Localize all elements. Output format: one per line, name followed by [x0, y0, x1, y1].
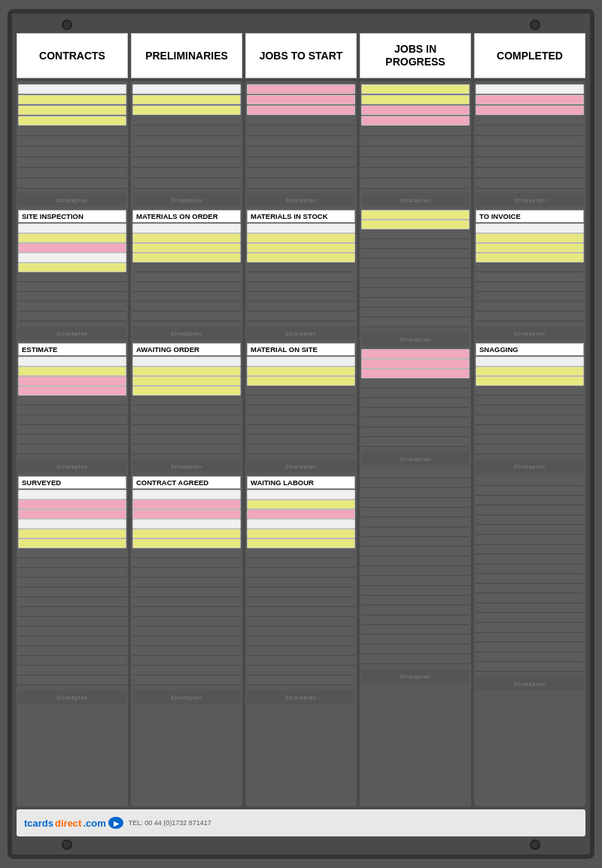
card-slot	[476, 292, 584, 302]
card-slot[interactable]	[476, 233, 584, 243]
card-slot[interactable]	[476, 105, 584, 115]
logo-text: tcards	[24, 818, 53, 829]
card-slot[interactable]	[18, 490, 126, 499]
card-slot[interactable]	[132, 529, 241, 539]
card-slot[interactable]	[132, 386, 241, 396]
card-slot[interactable]	[361, 116, 470, 126]
card-slot[interactable]	[247, 253, 355, 263]
card-slot[interactable]	[247, 95, 355, 105]
card-slot	[247, 558, 355, 568]
card-slot[interactable]	[476, 366, 584, 376]
card-slot[interactable]	[361, 105, 470, 115]
card-slot[interactable]	[247, 84, 355, 94]
card-slot	[476, 652, 584, 662]
card-slot[interactable]	[132, 357, 241, 366]
card-slot[interactable]	[18, 366, 126, 376]
card-slot	[476, 311, 584, 321]
card-slot	[247, 116, 355, 126]
card-slot[interactable]	[247, 357, 355, 366]
card-slot	[132, 445, 241, 454]
card-slot[interactable]	[132, 243, 241, 253]
card-slot[interactable]	[476, 357, 584, 366]
card-slot[interactable]	[18, 386, 126, 396]
card-slot	[361, 605, 470, 615]
card-slot[interactable]	[132, 366, 241, 376]
card-slot[interactable]	[18, 84, 126, 94]
mount-hole-bl	[62, 839, 72, 850]
card-slot	[476, 515, 584, 525]
card-slot[interactable]	[476, 253, 584, 263]
card-slot[interactable]	[476, 84, 584, 94]
card-slot	[247, 627, 355, 636]
card-slot[interactable]	[476, 376, 584, 386]
card-slot	[132, 597, 241, 607]
card-slot[interactable]	[18, 233, 126, 243]
card-slot[interactable]	[132, 105, 241, 115]
strataplan-label: Strataplan	[18, 690, 126, 704]
card-slot[interactable]	[132, 490, 241, 499]
card-slot[interactable]	[247, 366, 355, 376]
card-slot	[361, 417, 470, 427]
card-slot	[18, 558, 126, 568]
section-jip-bottom	[361, 469, 470, 664]
card-slot	[361, 547, 470, 557]
card-slot[interactable]	[18, 253, 126, 263]
card-slot[interactable]	[132, 84, 241, 94]
card-slot[interactable]	[132, 539, 241, 548]
card-slot[interactable]	[247, 223, 355, 233]
card-slot[interactable]	[132, 233, 241, 243]
card-slot[interactable]	[18, 357, 126, 366]
card-slot[interactable]	[18, 509, 126, 519]
card-slot[interactable]	[18, 223, 126, 233]
card-slot[interactable]	[247, 105, 355, 115]
card-slot[interactable]	[132, 253, 241, 263]
card-slot[interactable]	[18, 263, 126, 272]
card-slot	[361, 378, 470, 388]
mount-hole-br	[530, 839, 540, 850]
card-slot[interactable]	[132, 519, 241, 529]
card-slot[interactable]	[18, 539, 126, 548]
card-slot[interactable]	[247, 529, 355, 539]
card-slot[interactable]	[132, 499, 241, 509]
card-slot	[361, 576, 470, 586]
card-slot[interactable]	[18, 499, 126, 509]
card-slot[interactable]	[132, 223, 241, 233]
card-slot[interactable]	[247, 243, 355, 253]
card-slot[interactable]	[132, 376, 241, 386]
card-slot[interactable]	[476, 243, 584, 253]
card-slot[interactable]	[18, 376, 126, 386]
card-slot[interactable]	[132, 509, 241, 519]
card-slot[interactable]	[361, 349, 470, 359]
card-slot[interactable]	[132, 95, 241, 105]
logo-icon: ▶	[108, 816, 124, 830]
card-slot	[476, 137, 584, 147]
card-slot[interactable]	[18, 95, 126, 105]
card-slot[interactable]	[247, 539, 355, 548]
header-jobs-in-progress: JOBS IN PROGRESS	[360, 33, 471, 78]
card-slot[interactable]	[247, 376, 355, 386]
card-slot[interactable]	[247, 233, 355, 243]
card-slot[interactable]	[18, 529, 126, 539]
card-slot[interactable]	[18, 243, 126, 253]
card-slot	[361, 398, 470, 408]
card-slot[interactable]	[361, 369, 470, 378]
card-slot[interactable]	[247, 490, 355, 499]
card-slot[interactable]	[361, 220, 470, 229]
card-slot[interactable]	[18, 519, 126, 529]
card-slot[interactable]	[247, 499, 355, 509]
card-slot[interactable]	[361, 84, 470, 94]
card-slot[interactable]	[247, 519, 355, 529]
card-slot[interactable]	[476, 223, 584, 233]
card-slot	[361, 498, 470, 508]
card-slot[interactable]	[18, 105, 126, 115]
card-slot[interactable]	[247, 509, 355, 519]
card-slot[interactable]	[476, 95, 584, 105]
card-slot	[476, 116, 584, 126]
card-slot[interactable]	[18, 116, 126, 126]
card-slot[interactable]	[361, 95, 470, 105]
card-slot[interactable]	[361, 359, 470, 369]
section-estimate: ESTIMATE	[18, 343, 126, 454]
card-slot	[476, 642, 584, 652]
card-slot[interactable]	[361, 210, 470, 220]
section-material-on-site: MATERIAL ON SITE	[247, 343, 355, 454]
